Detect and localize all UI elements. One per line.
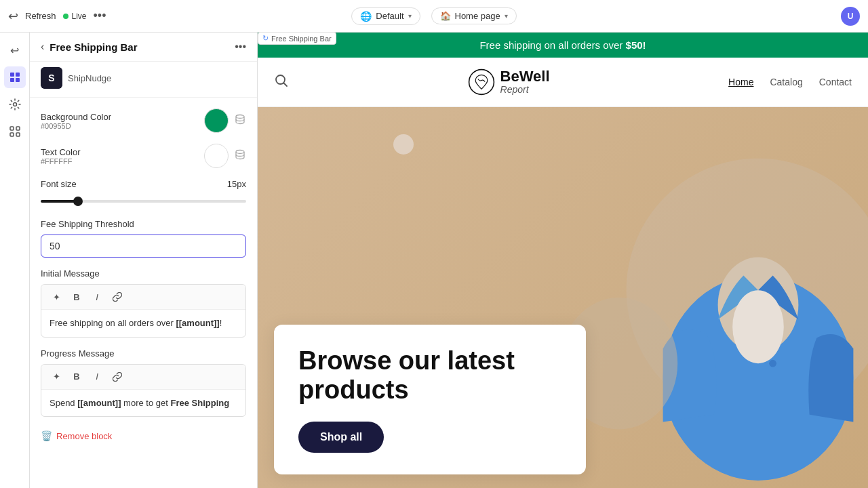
store-logo-text: BeWell Report [500,68,550,96]
shipping-bar: ↻ Free Shipping Bar Free shipping on all… [258,33,868,58]
main-layout: ↩ ‹ Free Shipping Bar ••• S ShipNudge [0,33,868,488]
topbar-more-button[interactable]: ••• [94,9,106,23]
threshold-input[interactable]: 50 [41,235,246,258]
live-label: Live [72,12,87,21]
text-color-swatch[interactable] [204,144,229,168]
shipping-bar-tag: ↻ Free Shipping Bar [258,33,336,45]
toolbar-sparkle-icon-2[interactable]: ✦ [48,369,64,385]
hero-card: Browse our latest products Shop all [274,325,586,474]
font-size-slider-thumb[interactable] [73,197,83,206]
refresh-icon: ↻ [262,34,269,43]
app-name: ShipNudge [68,73,111,83]
user-avatar[interactable]: U [841,7,860,26]
search-icon[interactable] [274,73,289,92]
toolbar-bold-button-2[interactable]: B [68,369,85,385]
shipping-bar-amount: $50! [626,39,646,51]
font-size-label: Font size [41,179,77,189]
shop-all-button[interactable]: Shop all [298,422,384,453]
initial-message-variable: [[amount]] [176,318,219,328]
background-color-db-icon[interactable] [234,113,246,128]
default-selector[interactable]: 🌐 Default ▾ [351,7,420,25]
threshold-section: Fee Shipping Threshold 50 [41,219,246,258]
chevron-down-icon-2: ▾ [505,12,508,20]
default-label: Default [376,11,403,21]
font-size-header: Font size 15px [41,179,246,189]
nav-contact[interactable]: Contact [819,77,852,87]
text-color-section: Text Color #FFFFFF [41,144,246,168]
back-icon[interactable]: ↩ [8,9,18,24]
store-logo-icon [468,68,495,96]
text-color-left: Text Color #FFFFFF [41,147,81,165]
text-color-label: Text Color [41,147,81,157]
svg-point-12 [236,150,244,154]
text-color-db-icon[interactable] [234,148,246,163]
panel-header: ‹ Free Shipping Bar ••• [30,33,257,62]
store-header: BeWell Report Home Catalog Contact [258,58,868,107]
background-color-item: Background Color #00955D [41,108,246,133]
initial-message-content[interactable]: Free shipping on all orders over [[amoun… [41,310,245,337]
svg-rect-2 [10,78,14,82]
initial-message-editor: ✦ B I Free shipping on all orders over [… [41,284,246,338]
refresh-button[interactable]: Refresh [25,11,56,21]
sidebar-apps-icon[interactable] [4,121,26,142]
svg-rect-5 [10,127,14,130]
panel-back-icon[interactable]: ‹ [41,41,44,53]
initial-message-toolbar: ✦ B I [41,285,245,310]
shipping-bar-tag-text: Free Shipping Bar [271,35,332,43]
toolbar-link-button[interactable] [109,289,125,305]
panel-content: Background Color #00955D Text Color [30,98,257,488]
top-bar-center: 🌐 Default ▾ 🏠 Home page ▾ [351,7,516,25]
store-logo-main: BeWell [500,68,550,85]
progress-middle: more to get [121,398,170,408]
initial-message-section: Initial Message ✦ B I Free shipping on a… [41,268,246,338]
sidebar-settings-icon[interactable] [4,94,26,115]
svg-rect-1 [16,73,20,77]
remove-block-button[interactable]: 🗑️ Remove block [41,428,246,444]
top-bar-right: U [525,7,860,26]
toolbar-sparkle-icon[interactable]: ✦ [48,289,64,305]
svg-rect-0 [10,73,14,77]
initial-message-text: Free shipping on all orders over [50,318,176,328]
progress-prefix: Spend [50,398,77,408]
nav-catalog[interactable]: Catalog [770,77,802,87]
svg-rect-7 [10,133,14,136]
nav-home[interactable]: Home [728,77,753,87]
threshold-label: Fee Shipping Threshold [41,219,246,229]
home-icon: 🏠 [440,11,451,21]
background-color-swatch[interactable] [204,108,229,133]
hero-circle-2 [393,134,414,155]
sidebar-blocks-icon[interactable] [4,66,26,88]
svg-point-11 [236,115,244,119]
toolbar-bold-button[interactable]: B [68,289,85,305]
background-color-section: Background Color #00955D [41,108,246,133]
svg-rect-6 [16,127,20,130]
top-bar-left: ↩ Refresh Live ••• [8,9,343,24]
hero-section: Browse our latest products Shop all [258,107,868,488]
initial-message-suffix: ! [220,318,222,328]
shipping-bar-text: Free shipping on all orders over $50! [479,39,646,51]
background-color-left: Background Color #00955D [41,112,111,130]
toolbar-italic-button-2[interactable]: I [89,369,105,385]
left-panel: ‹ Free Shipping Bar ••• S ShipNudge Back… [30,33,258,488]
panel-more-button[interactable]: ••• [235,41,246,53]
font-size-value: 15px [227,179,246,189]
globe-icon: 🌐 [360,11,372,22]
svg-point-14 [469,70,494,95]
trash-icon: 🗑️ [41,430,52,441]
toolbar-italic-button[interactable]: I [89,289,105,305]
live-badge: Live [63,12,87,21]
font-size-section: Font size 15px [41,179,246,208]
initial-message-label: Initial Message [41,268,246,279]
store-logo-sub: Report [500,85,550,95]
homepage-selector[interactable]: 🏠 Home page ▾ [431,7,517,24]
sidebar-back-icon[interactable]: ↩ [4,39,26,61]
toolbar-link-button-2[interactable] [109,369,125,385]
progress-message-content[interactable]: Spend [[amount]] more to get Free Shippi… [41,390,245,417]
progress-message-section: Progress Message ✦ B I Spend [[amount]] … [41,348,246,418]
progress-message-toolbar: ✦ B I [41,365,245,390]
text-color-value: #FFFFFF [41,157,81,165]
text-color-item: Text Color #FFFFFF [41,144,246,168]
svg-rect-3 [16,78,20,82]
progress-bold: Free Shipping [170,398,229,408]
right-preview: ↻ Free Shipping Bar Free shipping on all… [258,33,868,488]
